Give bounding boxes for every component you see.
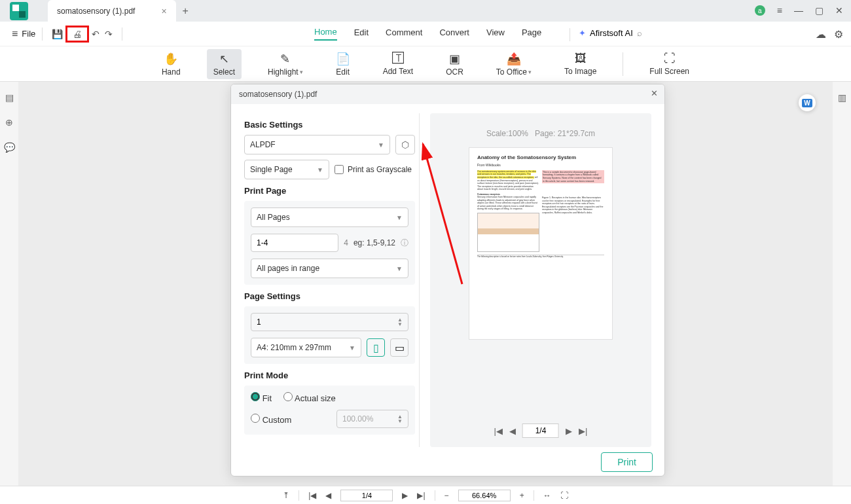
edit-icon: 📄 [336, 52, 350, 66]
custom-radio[interactable]: Custom [251, 414, 291, 425]
zoom-in-icon[interactable]: + [520, 491, 524, 500]
ai-button[interactable]: ✦ Afirstsoft AI ⌕ [579, 28, 642, 38]
first-page-icon[interactable]: |◀ [494, 426, 503, 436]
print-icon[interactable]: 🖨 [65, 26, 89, 43]
step-down-icon[interactable]: ▼ [397, 419, 403, 423]
tool-highlight[interactable]: ✎Highlight▾ [261, 49, 310, 79]
tool-to-office[interactable]: 📤To Office▾ [490, 49, 538, 79]
fit-width-icon[interactable]: ↔ [543, 491, 551, 500]
next-page-icon[interactable]: ▶ [402, 491, 408, 500]
tab-home[interactable]: Home [314, 27, 337, 41]
first-page-icon[interactable]: |◀ [308, 491, 316, 500]
tab-convert[interactable]: Convert [439, 27, 469, 40]
left-rail: ▤ ⊕ 💬 [0, 82, 18, 153]
printer-select[interactable]: ALPDF▼ [244, 135, 390, 154]
page-subset-select[interactable]: All pages in range▼ [251, 259, 408, 278]
prev-page-icon[interactable]: ◀ [509, 426, 516, 436]
preview-doc-source: From Wikibooks [477, 163, 604, 168]
file-menu[interactable]: File [22, 29, 35, 39]
tool-addtext[interactable]: 🅃Add Text [376, 49, 420, 79]
save-icon[interactable]: 💾 [49, 26, 65, 42]
last-page-icon[interactable]: ▶| [417, 491, 425, 500]
range-hint: eg: 1,5-9,12 [353, 238, 395, 247]
fullscreen-icon: ⛶ [664, 52, 676, 65]
minimize-icon[interactable]: — [794, 5, 803, 16]
tool-fullscreen[interactable]: ⛶Full Screen [643, 49, 696, 79]
new-tab-button[interactable]: + [183, 5, 189, 17]
redo-icon[interactable]: ↷ [102, 26, 115, 42]
chevron-down-icon: ▼ [378, 141, 384, 149]
print-preview-panel: Scale:100% Page: 21*29.7cm Anatomy of th… [430, 113, 651, 447]
orientation-landscape[interactable]: ▭ [390, 338, 408, 357]
status-bar: ⤒ |◀ ◀ ▶ ▶| − + ↔ ⛶ [0, 486, 851, 504]
chevron-down-icon[interactable]: ▾ [300, 69, 303, 75]
chevron-down-icon: ▼ [396, 214, 403, 221]
custom-scale-input[interactable]: 100.00% ▲▼ [336, 410, 408, 428]
next-page-icon[interactable]: ▶ [566, 426, 572, 436]
prev-page-icon[interactable]: ◀ [325, 491, 331, 500]
grayscale-input[interactable] [335, 165, 344, 174]
page-range-input[interactable] [251, 234, 338, 252]
paper-size-select[interactable]: A4: 210mm x 297mm▼ [251, 338, 361, 357]
chevron-down-icon[interactable]: ▾ [528, 69, 532, 75]
info-icon[interactable]: ⓘ [401, 238, 408, 249]
preview-doc-title: Anatomy of the Somatosensory System [477, 154, 604, 161]
to-word-float-button[interactable]: W [799, 94, 816, 111]
toolbar: ✋Hand ↖Select ✎Highlight▾ 📄Edit 🅃Add Tex… [0, 46, 851, 82]
orientation-portrait[interactable]: ▯ [367, 338, 385, 357]
panel-icon[interactable]: ▥ [838, 92, 846, 103]
ai-label: Afirstsoft AI [590, 28, 633, 38]
print-settings-panel: Basic Settings ALPDF▼ ⬡ Single Page▼ Pri… [244, 113, 420, 447]
comment-panel-icon[interactable]: 💬 [4, 142, 15, 153]
tab-page[interactable]: Page [522, 27, 541, 40]
undo-icon[interactable]: ↶ [89, 26, 102, 42]
user-avatar[interactable]: a [755, 5, 765, 16]
page-range-select[interactable]: All Pages▼ [251, 207, 408, 227]
menu-icon[interactable]: ≡ [777, 5, 782, 16]
zoom-input[interactable] [458, 490, 511, 501]
menubar: ≡ File 💾 🖨 ↶ ↷ Home Edit Comment Convert… [0, 22, 851, 46]
print-button[interactable]: Print [601, 452, 653, 472]
copies-input[interactable]: 1 ▲▼ [251, 313, 408, 331]
search-icon[interactable]: ⌕ [637, 28, 642, 38]
tab-view[interactable]: View [486, 27, 505, 40]
scroll-top-icon[interactable]: ⤒ [283, 491, 289, 500]
step-down-icon[interactable]: ▼ [397, 322, 403, 327]
basic-settings-header: Basic Settings [244, 120, 415, 130]
fit-page-icon[interactable]: ⛶ [560, 491, 568, 500]
tab-title: somatosensory (1).pdf [57, 7, 135, 16]
tool-select[interactable]: ↖Select [207, 49, 242, 79]
tool-to-image[interactable]: 🖼To Image [558, 49, 603, 79]
tool-ocr[interactable]: ▣OCR [439, 49, 470, 79]
document-tab[interactable]: somatosensory (1).pdf × [48, 0, 176, 22]
printer-properties-button[interactable]: ⬡ [395, 135, 415, 154]
preview-page-input[interactable] [522, 423, 559, 438]
settings-icon[interactable]: ⚙ [834, 28, 843, 41]
close-tab-icon[interactable]: × [161, 6, 166, 16]
last-page-icon[interactable]: ▶| [579, 426, 587, 436]
grayscale-checkbox[interactable]: Print as Grayscale [335, 165, 412, 174]
hand-icon: ✋ [164, 52, 178, 66]
dialog-titlebar: somatosensory (1).pdf ✕ [231, 84, 664, 104]
actual-radio[interactable]: Actual size [283, 392, 336, 403]
ocr-icon: ▣ [449, 52, 460, 66]
preview-nav: |◀ ◀ ▶ ▶| [494, 423, 588, 438]
cloud-icon[interactable]: ☁ [816, 28, 826, 41]
hamburger-icon[interactable]: ≡ [12, 28, 18, 40]
preview-meta: Scale:100% Page: 21*29.7cm [430, 113, 651, 147]
page-total: 4 [344, 238, 348, 247]
image-icon: 🖼 [575, 52, 587, 65]
add-icon[interactable]: ⊕ [5, 117, 13, 128]
maximize-icon[interactable]: ▢ [815, 5, 824, 16]
thumbnail-icon[interactable]: ▤ [5, 92, 14, 103]
tab-comment[interactable]: Comment [386, 27, 422, 40]
tool-hand[interactable]: ✋Hand [155, 49, 187, 79]
dialog-close-icon[interactable]: ✕ [651, 88, 658, 98]
zoom-out-icon[interactable]: − [444, 491, 449, 500]
page-input[interactable] [340, 490, 393, 501]
tab-edit[interactable]: Edit [354, 27, 369, 40]
close-window-icon[interactable]: ✕ [835, 5, 843, 16]
tool-edit[interactable]: 📄Edit [329, 49, 357, 79]
fit-radio[interactable]: Fit [251, 392, 272, 403]
layout-select[interactable]: Single Page▼ [244, 160, 329, 179]
